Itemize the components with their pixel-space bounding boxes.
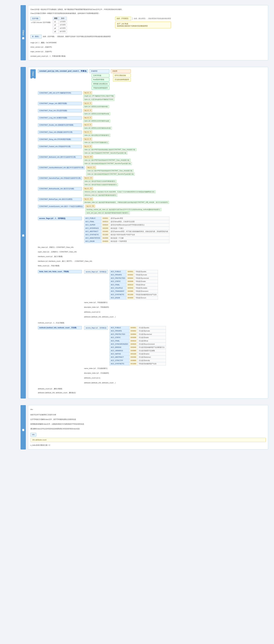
af-field-val-6: 0X0080 bbox=[126, 290, 134, 293]
cp-string-tag: tag (u1, 8) bbox=[83, 138, 92, 140]
cp-long-right: tag (u1, 5) bytes (u8, 按照高位在前存储的long值) bbox=[83, 116, 110, 122]
type-row-u8: u8 8个字节 bbox=[53, 30, 67, 33]
method-descriptor-index: descriptor_index (u2，方法描述符) bbox=[84, 371, 166, 375]
cp-double-bytes: bytes (u8, 按照高位在前存储的double值) bbox=[83, 127, 112, 130]
af-field-name-0: ACC_PUBLIC bbox=[110, 270, 126, 273]
methods-count: methods_count (u2，1，方法计数量) bbox=[38, 321, 266, 325]
af-field-name-3: ACC_STATIC bbox=[110, 280, 126, 283]
storage-item-0: 文本字符值 bbox=[92, 74, 109, 77]
af-method-val-5: 0X0020 bbox=[129, 342, 137, 346]
size-col-header: 大小 bbox=[59, 17, 67, 20]
af-class-val-6: 0X2000 bbox=[101, 236, 109, 240]
af-field-desc-7: 字段是否由编译器自动产生的 bbox=[134, 293, 158, 296]
af-method-name-7: ACC_VARARGS bbox=[110, 349, 129, 352]
cp-utf8-row: CONSTANT_Utf8_info (UTF-8编码的字符串) tag (u1… bbox=[38, 91, 266, 101]
access-flags-class-label: access_flags (u2，1，访问标志) bbox=[38, 216, 82, 220]
af-method-name-10: ACC_STRICTFP bbox=[110, 359, 129, 362]
cp-integer-bytes: bytes (u4, 按照高位在前存储的int值) bbox=[83, 105, 109, 108]
types-label: 由表（不同类型） bbox=[115, 17, 131, 20]
section-overview-content: Class文件是一组以8位字节为基础的二进制流，每个数据项目严格按照顺序紧凑排列… bbox=[28, 5, 268, 60]
methods-section: methods_count (u2，1，方法计数量) methods (meth… bbox=[38, 321, 266, 384]
af-class-name-7: ACC_ENUM bbox=[84, 240, 101, 243]
info-note-box: 由于"_info"构成 描述每项元素的某个结构体对应的数据类型 bbox=[115, 22, 171, 28]
af-method-row-8: ACC_NATIVE 0X0100 方法是否native bbox=[110, 352, 166, 356]
af-method-desc-6: 方法是否是由编译器产生的桥接方法 bbox=[137, 346, 166, 349]
bytecode-line-1: 以字节码的方式解析class文件，按字节码规则读取以后获得信息 bbox=[30, 418, 266, 422]
cp-methodtype-right: tag (u1, 16) descriptor_index (u2, 值必须是常… bbox=[83, 198, 169, 204]
cp-fieldref-row: CONSTANT_Fieldref_info (字段的符号引用) tag (u1… bbox=[38, 145, 266, 154]
this-class-field: this_class (u2，类索引)：CONSTANT_Class_info bbox=[38, 245, 266, 249]
cp-float-row: CONSTANT_Float_info (浮点型字面量) tag (u1, 4)… bbox=[38, 109, 266, 115]
cp-nameandtype-name: CONSTANT_NameAndType_info (字段或方法的符号引用) bbox=[38, 176, 82, 180]
cp-double-right: tag (u1, 6) bytes (u8, 按照高位在前存储的double值) bbox=[83, 123, 112, 130]
storage-item-3: 字段的名称和描述符 bbox=[92, 86, 109, 90]
af-method-row-0: ACC_PUBLIC 0X0001 方法是否public bbox=[110, 326, 166, 329]
usage-item-1: 方法的名称和描述符 bbox=[113, 78, 131, 82]
overview-intro-text: Class文件是一组以8位字节为基础的二进制流，每个数据项目严格按照顺序紧凑排列… bbox=[30, 8, 266, 12]
af-method-name-5: ACC_SYNCHRONIZED bbox=[110, 342, 129, 346]
cp-methodhandle-row: CONSTANT_MethodHandle_info (表示方法句柄) tag … bbox=[38, 187, 266, 197]
af-field-val-4: 0X0010 bbox=[126, 283, 134, 286]
fields-info-section: fields_field_info, fields_count，字段表) acc… bbox=[38, 270, 266, 319]
page-content: Class文件结构概念 Class文件是一组以8位字节为基础的二进制流，每个数据… bbox=[3, 3, 271, 454]
af-class-name-2: ACC_SUPER bbox=[84, 223, 101, 226]
cp-ifmethodref-row: CONSTANT_InterfaceMethodref_info (接口中方法的… bbox=[38, 166, 266, 176]
af-class-val-2: 0X0020 bbox=[101, 223, 109, 226]
af-class-name-1: ACC_FINAL bbox=[84, 220, 101, 223]
cp-ifmethodref-name: CONSTANT_InterfaceMethodref_info (接口中方法的… bbox=[38, 166, 85, 169]
field-access-flags-table: ACC_PUBLIC 0X0001 字段是否public ACC_PRIVATE… bbox=[109, 270, 158, 300]
af-class-val-0: 0X0001 bbox=[101, 217, 109, 220]
af-field-row-0: ACC_PUBLIC 0X0001 字段是否public bbox=[110, 270, 158, 273]
cp-float-tag: tag (u1, 4) bbox=[83, 109, 92, 112]
storage-left: 存储类型 文本字符值 final型的常量值 类和接口的全限定名 字段的名称和描述… bbox=[89, 69, 109, 90]
bytecode-line-0: 由此可以对于反编译的工具进行分析 bbox=[30, 413, 266, 417]
section-bytecode-content: doc 由此可以对于反编译的工具进行分析 以字节码的方式解析class文件，按字… bbox=[28, 405, 268, 450]
types-desc: 由表（复合类型）：更多类型的字段组成的表的类型 bbox=[132, 18, 171, 20]
af-method-name-1: ACC_PRIVATE bbox=[110, 330, 129, 332]
cp-invokedynamic-name: CONSTANT_InvokeDynamic_info (表示一个动态方法调用点… bbox=[38, 205, 84, 208]
cp-double-name: CONSTANT_Double_info (双精度浮点型字面量) bbox=[38, 123, 82, 127]
cp-fieldref-index2: index (u2, 指向字段描述符CONSTANT_NameAndType的索… bbox=[83, 152, 127, 154]
af-class-desc-0: 是否为public类型 bbox=[109, 217, 169, 220]
attributes-info-field: attributes (attribute_info, attributes_c… bbox=[38, 391, 266, 395]
af-class-val-1: 0X0010 bbox=[101, 220, 109, 223]
af-class-val-3: 0X0200 bbox=[101, 226, 109, 230]
af-class-desc-6: 标识这是一个注解 bbox=[109, 236, 169, 240]
storage-items: 文本字符值 final型的常量值 类和接口的全限定名 字段的名称和描述符 bbox=[92, 74, 109, 90]
af-field-desc-6: 字段是否transient bbox=[134, 290, 158, 293]
cp-class-index: index (u2, 指向全限定名常量项的索引) bbox=[83, 134, 110, 137]
fields-info-details: access_flags (u2，访问标志) ACC_PUBLIC 0X0001… bbox=[84, 270, 158, 319]
cp-class-name: CONSTANT_Class_info (类或接口的符号引用) bbox=[38, 130, 82, 134]
af-field-val-5: 0X0040 bbox=[126, 286, 134, 290]
af-method-name-8: ACC_NATIVE bbox=[110, 352, 129, 356]
af-class-name-4: ACC_ABSTRACT bbox=[84, 230, 101, 233]
fields-info-label: fields_field_info, fields_count，字段表) bbox=[38, 270, 82, 273]
af-field-name-5: ACC_VOLATILE bbox=[110, 286, 126, 290]
cp-utf8-bytes: bytes (u1, 长度为length的utf-8编码的字符串) bbox=[83, 98, 114, 101]
method-access-flags-label: access_flags (u2，访问标志) bbox=[84, 326, 108, 330]
cp-string-right: tag (u1, 8) index (u2, 指向字符串字面量的索引) bbox=[83, 138, 109, 144]
af-field-desc-4: 字段是否final bbox=[134, 283, 158, 286]
type-u1: u1 bbox=[53, 20, 59, 23]
af-field-desc-1: 字段是否private bbox=[134, 273, 158, 276]
af-class-desc-5: 标识这个类并非由用户代码产生的 bbox=[109, 233, 169, 236]
type-u8: u8 bbox=[53, 30, 59, 33]
field-access-flags-label: access_flags (u2，访问标志) bbox=[84, 270, 108, 274]
af-method-name-11: ACC_SYNTHETIC bbox=[110, 362, 129, 366]
af-class-row-3: ACC_INTERFACE 0X0200 标识这是一个接口 bbox=[84, 226, 169, 230]
af-method-row-2: ACC_PROTECTED 0X0004 方法是否protected bbox=[110, 332, 166, 336]
af-class-row-7: ACC_ENUM 0X4000 标识这是一个枚举类型 bbox=[84, 240, 169, 243]
af-class-desc-2: 是否允许使用invokespecial字节码指令的新语义 bbox=[109, 223, 169, 226]
af-field-row-7: ACC_SYNTHETIC 0X1000 字段是否由编译器自动产生的 bbox=[110, 293, 158, 296]
class-file-structure-main: constant_pool (cp_info, constant_pool_co… bbox=[38, 69, 266, 396]
major-version-field: major_version (u2，主版本号) bbox=[30, 50, 266, 54]
cp-methodhandle-ref-kind: reference_kind (u1, 值必须在1-9之间 (包括1和9)，它决… bbox=[83, 190, 156, 193]
cp-nameandtype-row: CONSTANT_NameAndType_info (字段或方法的符号引用) t… bbox=[38, 176, 266, 186]
af-method-desc-4: 方法是否final bbox=[137, 339, 166, 342]
cp-methodtype-desc-index: descriptor_index (u2, 值必须是常量池的有效索引，常量池在该… bbox=[83, 201, 169, 204]
af-field-row-6: ACC_TRANSIENT 0X0080 字段是否transient bbox=[110, 290, 158, 293]
af-field-name-4: ACC_FINAL bbox=[110, 283, 126, 286]
storage-types: 存储类型 文本字符值 final型的常量值 类和接口的全限定名 字段的名称和描述… bbox=[89, 69, 131, 90]
attributes-count-field: attributes_count (u2，属性计数量) bbox=[38, 387, 266, 391]
usage-items: 符号引用的目标 方法的名称和描述符 bbox=[113, 74, 131, 82]
